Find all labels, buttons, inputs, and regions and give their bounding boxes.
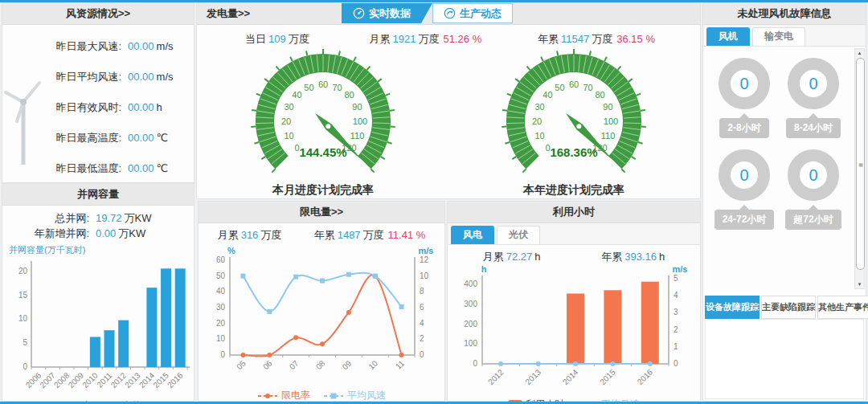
wind-stat-row-effective-hours: 昨日有效风时:00.00h bbox=[44, 92, 194, 123]
scroll-up-arrow-icon[interactable]: ▲ bbox=[855, 49, 864, 57]
monthly-plan-gauge-chart: 0102030405060708090100110120144.45% bbox=[235, 47, 411, 182]
tab-other-production-events[interactable]: 其他生产事件 bbox=[817, 296, 868, 319]
svg-text:110: 110 bbox=[601, 131, 616, 141]
stat-label: 总并网: bbox=[2, 210, 89, 226]
wind-resource-header[interactable]: 风资源情况>> bbox=[2, 3, 194, 25]
svg-text:100: 100 bbox=[353, 116, 367, 126]
svg-text:2012: 2012 bbox=[109, 370, 129, 390]
fault-donut-icon: 0 bbox=[788, 149, 839, 201]
svg-text:10: 10 bbox=[534, 131, 544, 141]
svg-text:80: 80 bbox=[595, 90, 604, 100]
svg-text:2014: 2014 bbox=[561, 367, 580, 386]
daily-generation-stat: 当日109万度 bbox=[245, 32, 313, 47]
generation-panel: 发电量>> 实时数据 生产动态 当日109万度 bbox=[196, 2, 701, 199]
svg-text:20: 20 bbox=[532, 116, 542, 126]
avg-wind-speed-line-icon bbox=[323, 392, 344, 400]
svg-text:10: 10 bbox=[18, 314, 28, 323]
yearly-plan-gauge: 0102030405060708090100110120168.36% 本年进度… bbox=[485, 47, 662, 198]
svg-text:70: 70 bbox=[583, 83, 592, 92]
svg-text:%: % bbox=[227, 246, 235, 255]
svg-text:30: 30 bbox=[284, 102, 293, 112]
svg-text:30: 30 bbox=[534, 102, 544, 112]
stat-label: 昨日最低温度: bbox=[44, 153, 121, 183]
svg-text:5: 5 bbox=[23, 338, 27, 347]
svg-text:0: 0 bbox=[220, 350, 225, 359]
grid-capacity-axis-title: 并网容量(万千瓦时) bbox=[2, 241, 194, 256]
stat-value: 00.00 bbox=[128, 162, 154, 174]
svg-text:100: 100 bbox=[604, 116, 618, 126]
tab-production-trend[interactable]: 生产动态 bbox=[432, 3, 513, 23]
utilization-header: 利用小时 bbox=[448, 202, 700, 223]
legend-wind-power[interactable]: 风电 bbox=[55, 399, 92, 404]
total-grid-row: 总并网:19.72万KW bbox=[2, 210, 194, 226]
generation-header: 发电量>> 实时数据 生产动态 bbox=[197, 3, 700, 25]
wind-stat-row-min-temp: 昨日最低温度:00.00℃ bbox=[44, 153, 194, 183]
tab-transmission[interactable]: 输变电 bbox=[752, 27, 805, 46]
legend-avg-wind-speed-util[interactable]: 平均风速 bbox=[577, 398, 640, 404]
generation-tabs: 实时数据 生产动态 bbox=[342, 3, 513, 23]
monthly-curtailment-stat: 月累316万度 bbox=[218, 228, 286, 243]
fault-count: 0 bbox=[809, 166, 817, 185]
utilization-title: 利用小时 bbox=[553, 206, 595, 218]
curtailment-panel: 限电量>> 月累316万度 年累1487万度11.41 % %m/s010203… bbox=[198, 201, 445, 402]
generation-title[interactable]: 发电量>> bbox=[207, 7, 250, 19]
svg-text:0: 0 bbox=[674, 359, 678, 368]
stat-unit: m/s bbox=[157, 71, 174, 83]
svg-text:2015: 2015 bbox=[151, 370, 170, 390]
tab-solar-power[interactable]: 光伏 bbox=[497, 226, 540, 244]
legend-avg-wind-speed[interactable]: 平均风速 bbox=[323, 389, 386, 402]
scrollbar-thumb[interactable]: ▦ bbox=[856, 58, 865, 270]
curtailment-chart: %m/s010203040506002468101205060708091011 bbox=[199, 244, 444, 388]
svg-text:90: 90 bbox=[352, 102, 362, 112]
stat-unit: m/s bbox=[157, 40, 174, 52]
fault-duration-badge: 超72小时 bbox=[785, 210, 841, 230]
tab-label: 实时数据 bbox=[369, 6, 411, 21]
utilization-tabs: 风电 光伏 bbox=[448, 223, 700, 245]
stat-value: 19.72 bbox=[96, 212, 122, 224]
tab-turbine[interactable]: 风机 bbox=[706, 27, 750, 46]
utilization-panel: 利用小时 风电 光伏 月累72.27h 年累393.16h hm/s010020… bbox=[447, 201, 701, 402]
svg-text:10: 10 bbox=[366, 358, 379, 371]
fault-donut-icon: 0 bbox=[719, 58, 770, 109]
utilization-chart: hm/s010020030040001234520122013201420152… bbox=[448, 266, 700, 397]
svg-text:20: 20 bbox=[281, 116, 291, 126]
tab-major-defect-tracking[interactable]: 主要缺陷跟踪 bbox=[761, 296, 816, 319]
wind-stat-row-max-temp: 昨日最高温度:00.00℃ bbox=[44, 123, 194, 153]
svg-text:90: 90 bbox=[603, 102, 612, 112]
svg-text:2007: 2007 bbox=[38, 370, 57, 390]
fault-tabs: 风机 输变电 bbox=[703, 25, 866, 47]
svg-text:2: 2 bbox=[420, 334, 424, 343]
svg-text:1: 1 bbox=[674, 342, 678, 351]
avg-wind-speed-line-icon bbox=[577, 401, 598, 404]
legend-label: 平均风速 bbox=[347, 389, 386, 402]
legend-utilization-hours[interactable]: 利用小时 bbox=[508, 398, 564, 404]
wind-stats-list: 昨日最大风速:00.00m/s 昨日平均风速:00.00m/s 昨日有效风时:0… bbox=[44, 25, 194, 183]
svg-text:0: 0 bbox=[420, 350, 424, 359]
tab-realtime-data[interactable]: 实时数据 bbox=[342, 3, 432, 23]
svg-text:20: 20 bbox=[216, 319, 226, 328]
svg-text:2008: 2008 bbox=[52, 370, 72, 390]
svg-text:60: 60 bbox=[216, 255, 226, 264]
wind-stat-row-avg-speed: 昨日平均风速:00.00m/s bbox=[44, 62, 194, 92]
svg-text:30: 30 bbox=[216, 303, 226, 312]
legend-curtailment-rate[interactable]: 限电率 bbox=[257, 389, 310, 402]
svg-text:5: 5 bbox=[674, 274, 678, 283]
vertical-scrollbar[interactable]: ▲ ▦ ▼ bbox=[854, 48, 865, 289]
svg-text:40: 40 bbox=[292, 90, 301, 100]
tab-equipment-fault-tracking[interactable]: 设备故障跟踪 bbox=[705, 296, 760, 319]
svg-text:2010: 2010 bbox=[80, 370, 100, 390]
fault-donut-icon: 0 bbox=[719, 149, 770, 201]
tab-wind-power[interactable]: 风电 bbox=[451, 226, 494, 244]
stat-unit: 万KW bbox=[125, 212, 152, 224]
stat-label: 昨日最大风速: bbox=[44, 31, 121, 62]
curtailment-legend: 限电率 平均风速 bbox=[199, 389, 444, 402]
svg-text:10: 10 bbox=[284, 131, 293, 141]
svg-text:08: 08 bbox=[314, 358, 327, 371]
legend-solar-power[interactable]: 光伏 bbox=[104, 399, 141, 404]
curtailment-title[interactable]: 限电量>> bbox=[300, 206, 343, 218]
yearly-utilization-stat: 年累393.16h bbox=[601, 250, 665, 264]
legend-label: 风电 bbox=[72, 399, 92, 404]
scroll-down-arrow-icon[interactable]: ▼ bbox=[855, 280, 864, 288]
wind-resource-title: 风资源情况>> bbox=[66, 7, 130, 19]
curtailment-stats: 月累316万度 年累1487万度11.41 % bbox=[199, 223, 444, 244]
